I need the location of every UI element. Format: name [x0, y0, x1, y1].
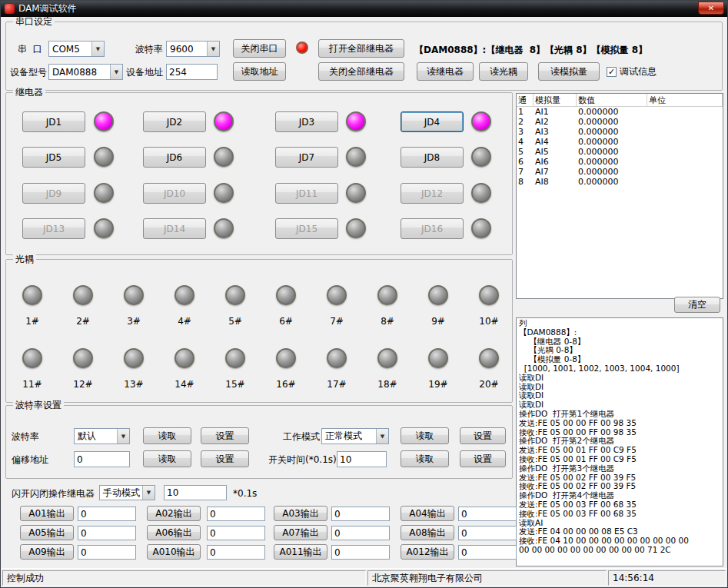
relay-button-jd4[interactable]: JD4	[401, 111, 464, 132]
cell-value: 0.000000	[577, 107, 647, 117]
flash-mode-select[interactable]: 手动模式 ▼	[99, 485, 155, 500]
opto-indicator-light-5	[225, 285, 245, 305]
ao-value-input-8[interactable]	[458, 526, 517, 540]
ao-output-button-10[interactable]: A010输出	[147, 544, 201, 560]
work-mode-read-button[interactable]: 读取	[401, 427, 449, 444]
cell-value: 0.000000	[577, 167, 647, 177]
ao-value-input-12[interactable]	[458, 545, 517, 560]
ao-output-button-3[interactable]: A03输出	[274, 506, 327, 521]
ao-output-button-2[interactable]: A02输出	[147, 506, 201, 521]
ao-output-button-1[interactable]: A01输出	[20, 506, 74, 521]
work-mode-value: 正常模式	[322, 430, 376, 443]
relay-button-jd5[interactable]: JD5	[22, 147, 85, 168]
close-button[interactable]: ✕	[698, 2, 724, 15]
relay-button-jd9[interactable]: JD9	[22, 183, 85, 204]
relay-button-jd13[interactable]: JD13	[22, 218, 85, 239]
ao-output-button-6[interactable]: A06输出	[147, 525, 201, 540]
ao-value-input-7[interactable]	[331, 526, 390, 540]
ao-output-button-11[interactable]: A011输出	[274, 544, 327, 560]
close-serial-button[interactable]: 关闭串口	[233, 39, 286, 58]
chevron-down-icon[interactable]: ▼	[117, 429, 129, 443]
switch-time-read-button[interactable]: 读取	[401, 450, 449, 467]
read-opto-button[interactable]: 读光耦	[479, 62, 528, 81]
relay-button-jd10[interactable]: JD10	[143, 183, 206, 204]
cell-channel: 5	[517, 147, 534, 157]
chevron-down-icon[interactable]: ▼	[110, 65, 122, 79]
analog-table-row: 3AI30.000000	[517, 127, 723, 137]
read-address-button[interactable]: 读取地址	[233, 62, 286, 81]
ao-output-button-4[interactable]: A04输出	[401, 506, 454, 521]
ao-output-button-7[interactable]: A07输出	[274, 525, 327, 540]
opto-group-title: 光耦	[13, 254, 36, 265]
relay-indicator-light-jd3	[346, 111, 366, 131]
chevron-down-icon[interactable]: ▼	[91, 42, 104, 56]
relay-button-jd11[interactable]: JD11	[275, 183, 338, 204]
ao-value-input-3[interactable]	[331, 507, 390, 521]
relay-button-jd16[interactable]: JD16	[401, 218, 464, 239]
device-address-input[interactable]	[166, 64, 218, 80]
log-line: 读取DI	[519, 374, 720, 383]
cell-channel: 1	[517, 107, 534, 117]
relay-button-jd1[interactable]: JD1	[22, 111, 85, 132]
baud-setting-label: 波特率	[12, 431, 39, 442]
close-all-relays-button[interactable]: 关闭全部继电器	[318, 62, 404, 81]
ao-output-button-9[interactable]: A09输出	[20, 544, 74, 560]
switch-time-set-button[interactable]: 设置	[460, 450, 506, 467]
cell-channel: 6	[517, 157, 534, 167]
ao-output-button-8[interactable]: A08输出	[401, 525, 454, 540]
ao-value-input-6[interactable]	[207, 526, 265, 540]
chevron-down-icon[interactable]: ▼	[142, 486, 155, 500]
opto-indicator-light-2	[73, 285, 93, 305]
opto-indicator-light-17	[327, 348, 347, 368]
serial-status-led-icon	[296, 42, 308, 54]
work-mode-set-button[interactable]: 设置	[460, 427, 506, 444]
relay-button-jd7[interactable]: JD7	[275, 147, 338, 168]
debug-info-checkbox[interactable]: ✓ 调试信息	[607, 65, 657, 78]
switch-time-input[interactable]	[337, 451, 387, 467]
chevron-down-icon[interactable]: ▼	[376, 429, 388, 443]
relay-indicator-light-jd6	[214, 147, 234, 167]
flash-time-input[interactable]	[164, 485, 227, 500]
offset-address-input[interactable]	[74, 451, 130, 467]
offset-read-button[interactable]: 读取	[143, 450, 191, 467]
baud-default-select[interactable]: 默认 ▼	[74, 428, 130, 444]
clear-button[interactable]: 清空	[674, 297, 720, 313]
ao-value-input-2[interactable]	[207, 507, 265, 521]
opto-indicator-light-8	[377, 285, 397, 305]
baud-read-button[interactable]: 读取	[143, 427, 191, 444]
ao-value-input-4[interactable]	[458, 507, 517, 521]
relay-button-jd8[interactable]: JD8	[401, 147, 464, 168]
log-line: 【DAM0888】:	[519, 328, 720, 337]
work-mode-select[interactable]: 正常模式 ▼	[321, 428, 389, 444]
relay-button-jd15[interactable]: JD15	[275, 218, 338, 239]
read-analog-button[interactable]: 读模拟量	[538, 62, 600, 81]
cell-value: 0.000000	[577, 177, 647, 187]
analog-table-body: 1AI10.0000002AI20.0000003AI30.0000004AI4…	[517, 107, 723, 187]
relay-button-jd6[interactable]: JD6	[143, 147, 206, 168]
chevron-down-icon[interactable]: ▼	[207, 42, 219, 56]
status-message-panel: 控制成功	[2, 570, 366, 586]
relay-indicator-light-jd14	[214, 218, 234, 238]
read-relay-button[interactable]: 读继电器	[417, 62, 474, 81]
relay-button-jd14[interactable]: JD14	[143, 218, 206, 239]
baud-set-button[interactable]: 设置	[201, 427, 249, 444]
log-box[interactable]: 列【DAM0888】: 【继电器 0-8】 【光耦 0-8】 【模拟量 0-8】…	[516, 317, 723, 566]
relay-button-jd3[interactable]: JD3	[275, 111, 338, 132]
relay-button-jd2[interactable]: JD2	[143, 111, 206, 132]
com-port-select[interactable]: COM5 ▼	[48, 41, 105, 57]
open-all-relays-button[interactable]: 打开全部继电器	[318, 39, 404, 58]
offset-set-button[interactable]: 设置	[201, 450, 249, 467]
ao-value-input-5[interactable]	[78, 526, 136, 540]
ao-value-input-10[interactable]	[207, 545, 265, 560]
ao-value-input-1[interactable]	[78, 507, 136, 521]
relay-button-jd12[interactable]: JD12	[401, 183, 464, 204]
serial-group-title: 串口设定	[13, 16, 55, 28]
ao-value-input-11[interactable]	[331, 545, 390, 560]
baud-rate-select[interactable]: 9600 ▼	[166, 41, 220, 57]
device-model-select[interactable]: DAM0888 ▼	[48, 64, 123, 80]
clock-time: 14:56:14	[613, 573, 654, 583]
ao-output-button-5[interactable]: A05输出	[20, 525, 74, 540]
checkbox-check-icon[interactable]: ✓	[607, 67, 617, 77]
ao-value-input-9[interactable]	[78, 545, 136, 560]
ao-output-button-12[interactable]: A012输出	[401, 544, 454, 560]
